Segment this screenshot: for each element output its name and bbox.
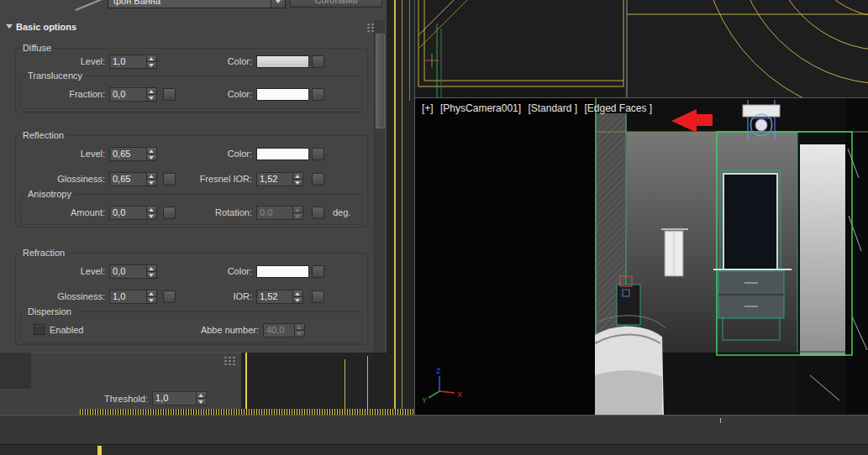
axis-tripod: Z Y X [422, 367, 462, 405]
reflection-group-label: Reflection [20, 129, 66, 142]
spinner-value[interactable]: 40,0 [264, 324, 294, 337]
viewport-label: [+] [PhysCamera001] [Standard ] [Edged F… [422, 102, 656, 114]
diffuse-level-label: Level: [46, 55, 105, 68]
spinner-value[interactable]: 1,52 [257, 173, 292, 186]
spinner-value[interactable]: 0,0 [110, 88, 146, 101]
camera-viewport[interactable]: Z Y X [+] [PhysCamera001] [Standard ] [E… [414, 97, 868, 415]
diffuse-color-map-button[interactable] [312, 55, 324, 68]
dispersion-enabled-label: Enabled [50, 323, 100, 337]
lower-rollout-panel [0, 353, 241, 417]
refraction-color-map-button[interactable] [312, 265, 324, 278]
axis-z-label: Z [436, 367, 441, 375]
reflection-color-map-button[interactable] [312, 148, 324, 160]
fresnel-ior-spinner[interactable]: 1,52 [256, 172, 303, 186]
spinner-arrows-icon[interactable] [146, 88, 156, 101]
refraction-level-label: Level: [46, 264, 105, 278]
threshold-label: Threshold: [81, 392, 148, 405]
3dsmax-window: фон Ванна CoronaMtl Basic options Diffus… [0, 0, 868, 455]
rollout-header-basic-options[interactable]: Basic options [0, 20, 373, 34]
translucency-fraction-spinner[interactable]: 0,0 [109, 87, 157, 102]
dispersion-enabled-checkbox[interactable] [34, 324, 45, 335]
reflection-color-swatch[interactable] [256, 148, 309, 160]
rotation-deg-label: deg. [333, 206, 361, 219]
refraction-color-label: Color: [189, 264, 252, 278]
spinner-value[interactable]: 1,0 [153, 392, 196, 405]
camera-viewport-scene: Z Y X [415, 98, 868, 415]
spinner-arrows-icon[interactable] [196, 392, 206, 405]
spinner-value[interactable]: 0,0 [257, 207, 292, 219]
material-class-button[interactable]: CoronaMtl [290, 0, 382, 8]
fresnel-ior-map-button[interactable] [312, 173, 324, 186]
material-name-dropdown[interactable]: фон Ванна [108, 0, 286, 8]
anisotropy-amount-spinner[interactable]: 0,0 [109, 206, 157, 220]
reflection-glossiness-map-button[interactable] [163, 173, 176, 186]
wire-line [409, 0, 410, 101]
threshold-spinner[interactable]: 1,0 [152, 391, 207, 405]
spinner-value[interactable]: 0,65 [110, 173, 146, 186]
diffuse-color-swatch[interactable] [256, 55, 309, 68]
anisotropy-rotation-spinner[interactable]: 0,0 [256, 206, 303, 220]
refraction-glossiness-spinner[interactable]: 1,0 [109, 290, 157, 304]
translucency-color-swatch[interactable] [256, 88, 309, 101]
anisotropy-rotation-map-button[interactable] [312, 207, 324, 219]
spinner-value[interactable]: 1,0 [110, 290, 146, 303]
refraction-glossiness-map-button[interactable] [163, 290, 176, 303]
reflection-level-label: Level: [46, 147, 105, 160]
abbe-number-label: Abbe number: [168, 323, 259, 337]
time-slider-marker[interactable] [97, 446, 102, 455]
refraction-color-swatch[interactable] [256, 265, 309, 278]
wire-line [245, 353, 247, 417]
rollout-expand-icon[interactable] [6, 24, 13, 29]
spinner-arrows-icon[interactable] [146, 290, 156, 303]
drag-handle-icon[interactable] [224, 356, 235, 366]
refraction-ior-map-button[interactable] [312, 290, 324, 303]
timeline-tick [720, 418, 721, 423]
rollout-title: Basic options [16, 20, 76, 34]
spinner-arrows-icon[interactable] [146, 148, 156, 160]
refraction-level-spinner[interactable]: 0,0 [109, 264, 157, 279]
wire-line [402, 0, 402, 417]
spinner-value[interactable]: 1,52 [257, 290, 292, 303]
spinner-arrows-icon[interactable] [146, 173, 156, 186]
viewport-menu-camera[interactable]: [PhysCamera001] [440, 102, 521, 114]
spinner-value[interactable]: 0,65 [110, 148, 146, 160]
refraction-ior-spinner[interactable]: 1,52 [256, 290, 303, 304]
panel-scrollbar[interactable] [374, 20, 385, 353]
reflection-glossiness-label: Glossiness: [34, 172, 105, 186]
spinner-arrows-icon[interactable] [146, 207, 156, 219]
axis-y-label: Y [422, 396, 427, 405]
viewport-menu-edged-faces[interactable]: [Edged Faces ] [584, 102, 652, 114]
dropdown-arrow-icon[interactable] [271, 0, 285, 8]
top-viewport-wireframe [415, 0, 868, 97]
diffuse-level-spinner[interactable]: 1,0 [109, 55, 157, 69]
spinner-arrows-icon[interactable] [146, 55, 156, 68]
spinner-arrows-icon[interactable] [292, 173, 302, 186]
viewport-gap-background-bottom [241, 353, 414, 417]
abbe-number-spinner[interactable]: 40,0 [263, 323, 305, 337]
viewport-menu-general[interactable]: [+] [422, 102, 434, 114]
spinner-value[interactable]: 0,0 [110, 207, 146, 219]
wire-line [394, 0, 396, 417]
translucency-fraction-label: Fraction: [34, 87, 105, 101]
spinner-value[interactable]: 0,0 [110, 265, 146, 278]
spinner-arrows-icon[interactable] [292, 290, 302, 303]
material-name-value: фон Ванна [108, 0, 271, 8]
sample-stroke-icon [74, 0, 108, 12]
anisotropy-amount-map-button[interactable] [163, 207, 176, 219]
spinner-arrows-icon[interactable] [292, 207, 302, 219]
anisotropy-rotation-label: Rotation: [176, 206, 252, 219]
anisotropy-group-label: Anisotropy [25, 188, 74, 201]
anisotropy-amount-label: Amount: [34, 206, 105, 219]
top-viewport[interactable] [414, 0, 868, 97]
track-bar[interactable] [0, 444, 868, 455]
viewport-menu-shading[interactable]: [Standard ] [528, 102, 577, 114]
spinner-arrows-icon[interactable] [146, 265, 156, 278]
scrollbar-thumb[interactable] [376, 34, 385, 128]
translucency-fraction-map-button[interactable] [163, 88, 176, 101]
reflection-glossiness-spinner[interactable]: 0,65 [109, 172, 157, 186]
reflection-level-spinner[interactable]: 0,65 [109, 147, 157, 161]
translucency-color-map-button[interactable] [312, 88, 324, 101]
spinner-value[interactable]: 1,0 [110, 55, 146, 68]
spinner-arrows-icon[interactable] [294, 324, 304, 337]
diffuse-color-label: Color: [189, 55, 252, 68]
